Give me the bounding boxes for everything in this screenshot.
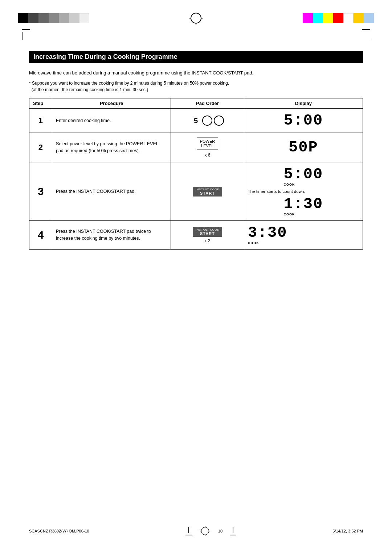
pad-order-1: 5 (171, 109, 244, 133)
color-bar-left (18, 13, 89, 23)
crop-v-bot-l (188, 527, 189, 533)
step-num-4: 4 (29, 221, 52, 250)
cook-label-4: COOK (248, 241, 259, 245)
pad-row-1: 5 (175, 116, 240, 126)
instant-cook-label-top-4: INSTANT COOK (196, 228, 219, 231)
bar-white2 (343, 13, 354, 23)
main-content: Increasing Time During a Cooking Program… (0, 47, 392, 264)
bar-light2 (69, 13, 79, 23)
lcd-3-30: 3:30 (248, 225, 287, 240)
pad-5: 5 (191, 116, 201, 126)
center-crosshair (189, 11, 203, 25)
crop-h-bot-l (185, 535, 192, 535)
procedure-2: Select power level by pressing the POWER… (52, 133, 171, 162)
instruction-table: Step Procedure Pad Order Display 1 Enter… (29, 98, 363, 250)
pad-order-4: INSTANT COOK START x 2 (171, 221, 244, 250)
bar-yellow (323, 13, 333, 23)
th-step: Step (29, 98, 52, 109)
pad-circle-o2 (214, 116, 224, 126)
page-footer: SCASCNZ R380Z(W) OM,P06-10 10 5/14/12, 3… (0, 525, 392, 537)
pad-order-3: INSTANT COOK START (171, 162, 244, 221)
instant-cook-btn-3: INSTANT COOK START (193, 187, 222, 197)
bar-mid1 (38, 13, 49, 23)
bottom-crosshair-circle (201, 527, 209, 535)
display-box-1: 5:00 COOK (283, 167, 323, 186)
bar-light1 (59, 13, 69, 23)
display-2: 50P (244, 133, 363, 162)
crop-v-r (370, 32, 371, 40)
pad-count-4: x 2 (175, 238, 240, 243)
cook-label-2: COOK (283, 212, 295, 216)
procedure-1: Enter desired cooking time. (52, 109, 171, 133)
bottom-crop-left (185, 527, 192, 535)
bar-mid2 (49, 13, 59, 23)
footer-left: SCASCNZ R380Z(W) OM,P06-10 (29, 529, 89, 533)
display-box-2: 1:30 COOK (283, 197, 323, 216)
display-3: 5:00 COOK The timer starts to count down… (244, 162, 363, 221)
procedure-3: Press the INSTANT COOK/START pad. (52, 162, 171, 221)
bar-red (333, 13, 343, 23)
pad-order-2: POWER LEVEL x 6 (171, 133, 244, 162)
table-row: 3 Press the INSTANT COOK/START pad. INST… (29, 162, 363, 221)
crop-v-bot-r (233, 527, 233, 533)
pad-count-2: x 6 (175, 153, 240, 158)
section-title: Increasing Time During a Cooking Program… (29, 51, 363, 63)
display-step3-inner: 5:00 COOK The timer starts to count down… (248, 167, 359, 216)
procedure-4: Press the INSTANT COOK/START pad twice t… (52, 221, 171, 250)
footer-center-page: 10 (218, 529, 222, 533)
instant-cook-label-bot-4: START (196, 231, 219, 236)
lcd-5-00: 5:00 (283, 112, 323, 129)
th-procedure: Procedure (52, 98, 171, 109)
cook-label-1: COOK (283, 183, 295, 186)
step-num-2: 2 (29, 133, 52, 162)
table-row: 4 Press the INSTANT COOK/START pad twice… (29, 221, 363, 250)
instant-cook-label-bot: START (196, 191, 219, 195)
table-row: 2 Select power level by pressing the POW… (29, 133, 363, 162)
display-4: 3:30 COOK (244, 221, 363, 250)
bar-dark (28, 13, 38, 23)
footer-right: 5/14/12, 3:52 PM (332, 529, 363, 533)
table-row: 1 Enter desired cooking time. 5 5:00 (29, 109, 363, 133)
right-crop-marks (362, 29, 370, 40)
crop-v (22, 32, 23, 40)
top-bar-area (0, 0, 392, 29)
step-num-1: 1 (29, 109, 52, 133)
intro-line1: Microwave time can be added during a man… (29, 69, 363, 77)
instant-cook-label-top: INSTANT COOK (196, 188, 219, 191)
power-level-wrapper: POWER LEVEL x 6 (175, 137, 240, 158)
left-crop-marks (22, 29, 30, 40)
bottom-crosshair (199, 525, 211, 537)
color-bar-right (303, 13, 374, 23)
instant-cook-wrapper-4: INSTANT COOK START x 2 (175, 227, 240, 243)
display-box-4: 3:30 COOK (248, 225, 359, 245)
note-text: * Suppose you want to increase the cooki… (29, 80, 363, 93)
bottom-crop-right (230, 527, 236, 535)
bar-cyan (313, 13, 323, 23)
lcd-50p: 50P (289, 139, 318, 156)
th-display: Display (244, 98, 363, 109)
th-pad-order: Pad Order (171, 98, 244, 109)
bar-magenta (303, 13, 313, 23)
power-level-text-bot: LEVEL (200, 143, 215, 148)
bar-orange (354, 13, 364, 23)
lcd-5-00-cook: 5:00 (283, 167, 323, 182)
crop-h-r (362, 29, 370, 30)
footer-center-area: 10 (185, 525, 236, 537)
crop-h (22, 29, 30, 30)
bar-black (18, 13, 28, 23)
bar-white (79, 13, 89, 23)
step-num-3: 3 (29, 162, 52, 221)
bar-blue (364, 13, 374, 23)
timer-countdown-text: The timer starts to count down. (248, 189, 305, 194)
pad-circle-o1 (202, 116, 212, 126)
crop-h-bot-r (230, 535, 236, 535)
power-level-text-top: POWER (200, 139, 215, 143)
display-1: 5:00 (244, 109, 363, 133)
crosshair-circle (191, 13, 201, 24)
instant-cook-btn-4: INSTANT COOK START (193, 227, 222, 237)
lcd-1-30: 1:30 (283, 197, 323, 212)
crop-marks-row (0, 29, 392, 47)
power-level-btn: POWER LEVEL (197, 137, 219, 150)
